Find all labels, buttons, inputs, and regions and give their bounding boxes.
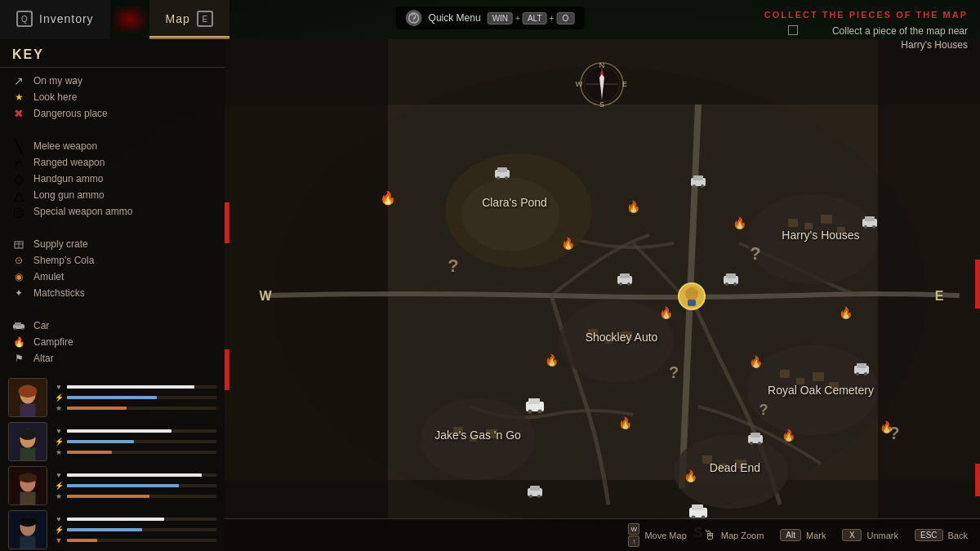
key-section-supplies: Supply crate ⊙ Shemp's Cola ◉ Amulet ✦ M…: [0, 231, 225, 306]
svg-text:E: E: [622, 80, 627, 88]
portrait-row-1: ♥ ⚡ ★: [8, 378, 216, 417]
unmark-label: Unmark: [866, 531, 898, 540]
key-win: WIN: [488, 12, 513, 24]
svg-text:W: W: [259, 289, 272, 303]
svg-rect-89: [857, 363, 866, 368]
svg-point-86: [750, 442, 753, 445]
svg-rect-20: [20, 492, 35, 504]
svg-point-11: [19, 385, 38, 398]
portrait-2: [8, 422, 47, 461]
svg-rect-81: [528, 398, 540, 404]
car-icon: [12, 319, 25, 332]
back-action: ESC Back: [915, 529, 968, 541]
mark-label: Mark: [806, 531, 826, 540]
portrait-row-2: ♥ ⚡ ★: [8, 422, 216, 461]
svg-rect-41: [821, 215, 832, 224]
svg-rect-16: [20, 448, 35, 460]
tab-inventory[interactable]: Q Inventory: [0, 0, 110, 39]
stamina-bar-3: [67, 484, 216, 487]
svg-text:?: ?: [750, 243, 760, 264]
svg-rect-59: [975, 464, 980, 496]
portraits-section: ♥ ⚡ ★: [0, 371, 225, 551]
key-item-melee: ╲ Melee weapon: [12, 138, 212, 154]
svg-text:?: ?: [889, 423, 899, 443]
key-item-car: Car: [12, 318, 212, 334]
svg-text:🔥: 🔥: [618, 416, 633, 430]
map-tab-label: Map: [166, 12, 190, 25]
svg-rect-77: [726, 273, 736, 278]
health-bar-4: [67, 518, 216, 521]
key-item-amulet: ◉ Amulet: [12, 269, 212, 285]
amulet-icon: ◉: [12, 270, 25, 283]
move-map-label: Move Map: [644, 531, 686, 540]
svg-point-62: [497, 176, 500, 180]
shemps-cola-label: Shemp's Cola: [33, 255, 94, 266]
dangerous-icon: ✖: [12, 107, 25, 120]
svg-point-63: [505, 176, 508, 180]
svg-rect-65: [693, 176, 703, 180]
on-my-way-icon: ↗: [12, 74, 25, 87]
key-item-shemps-cola: ⊙ Shemp's Cola: [12, 252, 212, 269]
mission-title: COLLECT THE PIECES OF THE MAP: [764, 10, 968, 20]
long-gun-icon: △: [12, 189, 25, 202]
svg-rect-85: [751, 433, 760, 438]
svg-text:🔥: 🔥: [684, 469, 698, 483]
key-title: KEY: [12, 47, 44, 61]
svg-point-66: [693, 184, 696, 188]
key-section-main: ↗ On my way ★ Look here ✖ Dangerous plac…: [0, 68, 225, 127]
svg-point-75: [627, 282, 630, 286]
left-panel: KEY ↗ On my way ★ Look here ✖ Dangerous …: [0, 39, 225, 551]
svg-text:Royal Oak Cemetery: Royal Oak Cemetery: [768, 384, 874, 397]
svg-text:S: S: [599, 100, 604, 109]
portrait-row-3: ♥ ⚡ ★: [8, 466, 216, 505]
portrait-4-bars: ♥ ⚡ ▼: [54, 515, 216, 544]
quick-menu-bar[interactable]: Quick Menu WIN + ALT + O: [396, 7, 585, 29]
campfire-label: Campfire: [33, 336, 74, 348]
handgun-ammo-label: Handgun ammo: [33, 173, 103, 184]
key-header: KEY: [0, 39, 225, 68]
svg-rect-51: [813, 372, 824, 381]
svg-point-99: [537, 495, 541, 498]
wasd-icon: W ↑: [628, 523, 639, 547]
map-svg: 🔥 🔥 🔥 🔥 🔥 🔥 🔥 🔥 🔥 🔥 🔥 🔥 ? ? ? ? ?: [225, 39, 980, 551]
key-item-ranged: ⌐ Ranged weapon: [12, 154, 212, 171]
handgun-ammo-icon: ◇: [12, 172, 25, 185]
svg-point-23: [19, 518, 36, 527]
campfire-icon: 🔥: [12, 335, 25, 349]
alt-key[interactable]: Alt: [780, 529, 801, 541]
tab-map[interactable]: Map E: [149, 0, 229, 39]
svg-text:Shockley Auto: Shockley Auto: [586, 331, 658, 344]
quick-menu-keys: WIN + ALT + O: [488, 12, 575, 24]
melee-label: Melee weapon: [33, 140, 97, 152]
svg-point-74: [619, 282, 622, 286]
key-item-altar: ⚑ Altar: [12, 350, 212, 367]
esc-key[interactable]: ESC: [915, 529, 943, 541]
stamina-bar-2: [67, 440, 216, 443]
map-area[interactable]: 🔥 🔥 🔥 🔥 🔥 🔥 🔥 🔥 🔥 🔥 🔥 🔥 ? ? ? ? ?: [225, 39, 980, 551]
special-ammo-label: Special weapon ammo: [33, 206, 132, 217]
mark-action: Alt Mark: [780, 529, 826, 541]
bottom-bar: W ↑ Move Map 🖱 Map Zoom Alt Mark X Unmar…: [225, 518, 980, 551]
mission-objective: Collect a piece of the map near Harry's …: [764, 24, 968, 52]
x-key[interactable]: X: [842, 529, 862, 541]
svg-rect-58: [975, 260, 980, 309]
zoom-label: Map Zoom: [721, 531, 764, 540]
map-key-icon: E: [197, 11, 213, 27]
svg-rect-12: [20, 404, 35, 416]
svg-text:🔥: 🔥: [659, 306, 674, 320]
key-item-matchsticks: ✦ Matchsticks: [12, 285, 212, 301]
svg-rect-73: [620, 273, 630, 278]
svg-text:🔥: 🔥: [749, 355, 764, 369]
mission-area: COLLECT THE PIECES OF THE MAP Collect a …: [764, 10, 968, 52]
portrait-3: [8, 466, 47, 505]
key-section-map: Car 🔥 Campfire ⚑ Altar: [0, 313, 225, 371]
look-here-label: Look here: [33, 91, 77, 103]
svg-rect-93: [692, 504, 703, 510]
ranged-label: Ranged weapon: [33, 157, 105, 168]
svg-text:E: E: [935, 289, 944, 303]
amulet-label: Amulet: [33, 271, 64, 282]
svg-text:🔥: 🔥: [380, 190, 396, 206]
svg-point-91: [864, 372, 867, 375]
special-ammo-icon: ◎: [12, 205, 25, 218]
svg-point-83: [538, 410, 542, 414]
